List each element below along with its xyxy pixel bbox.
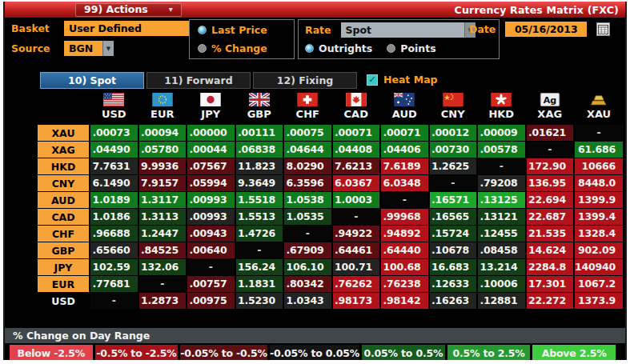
cell-cny-aud[interactable]: 6.0348 xyxy=(381,175,428,191)
cell-xag-hkd[interactable]: .00578 xyxy=(478,142,525,158)
cell-cad-hkd[interactable]: .13121 xyxy=(478,209,525,225)
cell-xag-jpy[interactable]: .00044 xyxy=(187,142,235,158)
cell-xau-eur[interactable]: .00094 xyxy=(139,125,187,141)
cell-chf-cad[interactable]: .94922 xyxy=(333,226,380,242)
cell-aud-xau[interactable]: 1399.9 xyxy=(575,192,623,208)
cell-hkd-cad[interactable]: 7.6213 xyxy=(333,158,380,174)
cell-cad-cad[interactable]: - xyxy=(333,209,380,225)
cell-eur-jpy[interactable]: .00757 xyxy=(187,276,235,292)
cell-cad-cny[interactable]: .16565 xyxy=(430,209,477,225)
row-label-eur[interactable]: EUR xyxy=(38,276,89,292)
cell-gbp-jpy[interactable]: .00640 xyxy=(187,242,235,258)
cell-chf-eur[interactable]: 1.2447 xyxy=(139,226,187,242)
cell-cny-jpy[interactable]: .05994 xyxy=(187,175,235,191)
cell-jpy-usd[interactable]: 102.59 xyxy=(90,259,138,275)
cell-hkd-chf[interactable]: 8.0290 xyxy=(284,158,331,174)
cell-aud-cad[interactable]: 1.0003 xyxy=(333,192,380,208)
row-label-aud[interactable]: AUD xyxy=(38,192,89,208)
radio-points[interactable]: Points xyxy=(387,42,435,54)
cell-usd-hkd[interactable]: .12881 xyxy=(478,293,525,309)
cell-xag-usd[interactable]: .04490 xyxy=(90,142,138,158)
cell-usd-xag[interactable]: 22.272 xyxy=(527,293,574,309)
cell-hkd-aud[interactable]: 7.6189 xyxy=(381,158,428,174)
cell-xau-cny[interactable]: .00012 xyxy=(430,125,477,141)
row-label-cad[interactable]: CAD xyxy=(38,209,89,225)
radio-last-price[interactable]: Last Price xyxy=(198,24,286,36)
cell-eur-chf[interactable]: .80342 xyxy=(284,276,331,292)
cell-chf-hkd[interactable]: .12455 xyxy=(478,226,525,242)
cell-xau-jpy[interactable]: .00000 xyxy=(187,125,235,141)
cell-jpy-gbp[interactable]: 156.24 xyxy=(236,259,283,275)
cell-usd-xau[interactable]: 1373.9 xyxy=(575,293,623,309)
cell-xau-aud[interactable]: .00071 xyxy=(381,125,428,141)
cell-cad-eur[interactable]: 1.3113 xyxy=(139,209,187,225)
cell-hkd-usd[interactable]: 7.7631 xyxy=(90,158,138,174)
cell-jpy-cny[interactable]: 16.683 xyxy=(430,259,477,275)
cell-aud-chf[interactable]: 1.0538 xyxy=(284,192,331,208)
cell-gbp-cny[interactable]: .10678 xyxy=(430,242,477,258)
cell-cad-aud[interactable]: .99968 xyxy=(381,209,428,225)
cell-gbp-cad[interactable]: .64461 xyxy=(333,242,380,258)
cell-chf-cny[interactable]: .15724 xyxy=(430,226,477,242)
cell-chf-jpy[interactable]: .00943 xyxy=(187,226,235,242)
cell-chf-usd[interactable]: .96688 xyxy=(90,226,138,242)
source-dropdown-arrow-icon[interactable]: ▼ xyxy=(102,41,114,56)
cell-chf-gbp[interactable]: 1.4726 xyxy=(236,226,283,242)
cell-eur-cad[interactable]: .76262 xyxy=(333,276,380,292)
row-label-cny[interactable]: CNY xyxy=(38,175,89,191)
cell-cad-jpy[interactable]: .00993 xyxy=(187,209,235,225)
row-label-gbp[interactable]: GBP xyxy=(38,242,89,258)
tab-10-spot[interactable]: 10) Spot xyxy=(40,72,144,89)
cell-gbp-aud[interactable]: .64440 xyxy=(381,242,428,258)
cell-eur-gbp[interactable]: 1.1831 xyxy=(236,276,283,292)
cell-aud-usd[interactable]: 1.0189 xyxy=(90,192,138,208)
cell-eur-usd[interactable]: .77681 xyxy=(90,276,138,292)
cell-xag-chf[interactable]: .04644 xyxy=(284,142,331,158)
cell-xau-chf[interactable]: .00075 xyxy=(284,125,331,141)
cell-gbp-hkd[interactable]: .08458 xyxy=(478,242,525,258)
rate-select[interactable]: Spot ▼ xyxy=(341,22,476,38)
calendar-icon[interactable] xyxy=(596,22,610,36)
cell-usd-jpy[interactable]: .00975 xyxy=(187,293,235,309)
cell-usd-chf[interactable]: 1.0343 xyxy=(284,293,331,309)
row-label-xag[interactable]: XAG xyxy=(38,142,89,158)
cell-cad-xag[interactable]: 22.687 xyxy=(527,209,574,225)
cell-xau-usd[interactable]: .00073 xyxy=(90,125,138,141)
cell-eur-eur[interactable]: - xyxy=(139,276,187,292)
cell-jpy-aud[interactable]: 100.68 xyxy=(381,259,428,275)
cell-hkd-jpy[interactable]: .07567 xyxy=(187,158,235,174)
cell-jpy-eur[interactable]: 132.06 xyxy=(139,259,187,275)
date-input[interactable]: 05/16/2013 xyxy=(505,22,587,37)
cell-eur-cny[interactable]: .12633 xyxy=(430,276,477,292)
cell-cad-chf[interactable]: 1.0535 xyxy=(284,209,331,225)
basket-select[interactable]: User Defined ▼ xyxy=(64,21,202,36)
cell-eur-xau[interactable]: 1067.2 xyxy=(575,276,623,292)
cell-usd-cad[interactable]: .98173 xyxy=(333,293,380,309)
row-label-hkd[interactable]: HKD xyxy=(38,158,89,174)
radio-outrights[interactable]: Outrights xyxy=(305,42,372,54)
cell-xau-hkd[interactable]: .00009 xyxy=(478,125,525,141)
cell-hkd-xau[interactable]: 10666 xyxy=(575,158,623,174)
cell-hkd-gbp[interactable]: 11.823 xyxy=(236,158,283,174)
cell-aud-jpy[interactable]: .00993 xyxy=(187,192,235,208)
cell-aud-xag[interactable]: 22.694 xyxy=(527,192,574,208)
row-label-jpy[interactable]: JPY xyxy=(38,259,89,275)
cell-aud-cny[interactable]: .16571 xyxy=(430,192,477,208)
cell-gbp-gbp[interactable]: - xyxy=(236,242,283,258)
cell-xau-gbp[interactable]: .00111 xyxy=(236,125,283,141)
cell-cny-chf[interactable]: 6.3596 xyxy=(284,175,331,191)
cell-aud-gbp[interactable]: 1.5518 xyxy=(236,192,283,208)
cell-cny-cad[interactable]: 6.0367 xyxy=(333,175,380,191)
source-select[interactable]: BGN ▼ xyxy=(64,41,114,56)
cell-usd-cny[interactable]: .16263 xyxy=(430,293,477,309)
cell-usd-eur[interactable]: 1.2873 xyxy=(139,293,187,309)
cell-gbp-xag[interactable]: 14.624 xyxy=(527,242,574,258)
cell-gbp-eur[interactable]: .84525 xyxy=(139,242,187,258)
cell-jpy-hkd[interactable]: 13.214 xyxy=(478,259,525,275)
cell-xau-xau[interactable]: - xyxy=(575,125,623,141)
cell-xag-cad[interactable]: .04408 xyxy=(333,142,380,158)
cell-cad-xau[interactable]: 1399.4 xyxy=(575,209,623,225)
cell-jpy-chf[interactable]: 106.10 xyxy=(284,259,331,275)
cell-cny-xau[interactable]: 8448.0 xyxy=(575,175,623,191)
cell-eur-hkd[interactable]: .10006 xyxy=(478,276,525,292)
